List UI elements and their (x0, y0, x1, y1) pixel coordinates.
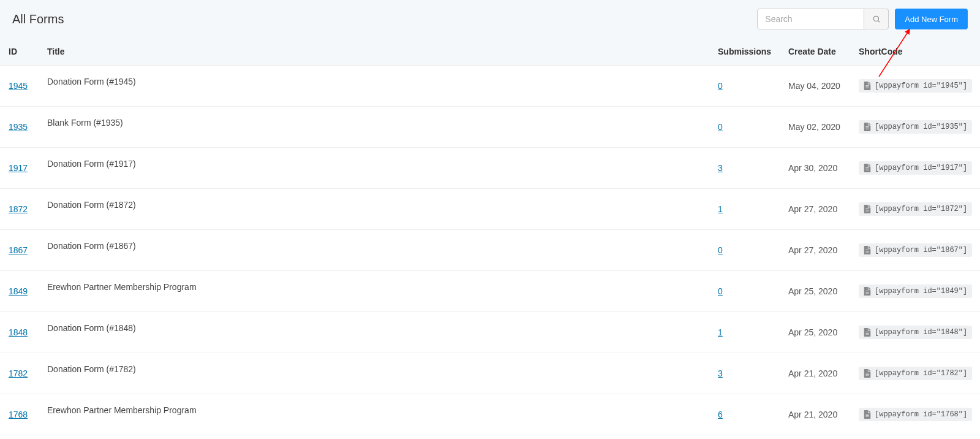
form-id-link[interactable]: 1935 (9, 122, 28, 132)
page-container: All Forms Add New Form ID Title Submissi… (0, 0, 980, 435)
cell-submissions: 1 (710, 312, 781, 353)
document-icon (864, 369, 871, 378)
cell-create-date: Apr 21, 2020 (781, 353, 851, 394)
cell-title: Erewhon Partner Membership Program (40, 271, 710, 312)
shortcode-copy-box[interactable]: [wppayform id="1768"] (859, 408, 972, 421)
submissions-count-link[interactable]: 6 (718, 410, 723, 419)
cell-submissions: 0 (710, 66, 781, 107)
cell-id: 1945 (0, 66, 40, 107)
document-icon (864, 82, 871, 90)
cell-shortcode: [wppayform id="1935"] (851, 107, 980, 148)
shortcode-copy-box[interactable]: [wppayform id="1872"] (859, 202, 972, 216)
shortcode-copy-box[interactable]: [wppayform id="1867"] (859, 243, 972, 257)
shortcode-text: [wppayform id="1872"] (875, 205, 967, 213)
submissions-count-link[interactable]: 0 (718, 286, 723, 296)
column-header-submissions[interactable]: Submissions (710, 38, 781, 66)
table-row: 1782Donation Form (#1782)3Apr 21, 2020[w… (0, 353, 980, 394)
submissions-count-link[interactable]: 0 (718, 122, 723, 132)
cell-shortcode: [wppayform id="1848"] (851, 312, 980, 353)
cell-submissions: 6 (710, 394, 781, 435)
shortcode-text: [wppayform id="1867"] (875, 246, 967, 254)
document-icon (864, 246, 871, 254)
cell-id: 1848 (0, 312, 40, 353)
cell-title: Blank Form (#1935) (40, 107, 710, 148)
form-id-link[interactable]: 1848 (9, 327, 28, 337)
cell-title: Donation Form (#1867) (40, 230, 710, 271)
cell-create-date: Apr 21, 2020 (781, 394, 851, 435)
search-button[interactable] (864, 9, 889, 29)
shortcode-copy-box[interactable]: [wppayform id="1945"] (859, 79, 972, 93)
cell-id: 1872 (0, 189, 40, 230)
column-header-title[interactable]: Title (40, 38, 710, 66)
shortcode-text: [wppayform id="1782"] (875, 369, 967, 378)
search-wrapper (757, 9, 889, 29)
submissions-count-link[interactable]: 1 (718, 327, 723, 337)
table-body: 1945Donation Form (#1945)0May 04, 2020[w… (0, 66, 980, 435)
column-header-shortcode[interactable]: ShortCode (851, 38, 980, 66)
header-bar: All Forms Add New Form (0, 0, 980, 38)
form-id-link[interactable]: 1768 (9, 410, 28, 419)
cell-submissions: 1 (710, 189, 781, 230)
shortcode-copy-box[interactable]: [wppayform id="1917"] (859, 161, 972, 175)
shortcode-copy-box[interactable]: [wppayform id="1848"] (859, 326, 972, 339)
shortcode-text: [wppayform id="1848"] (875, 328, 967, 337)
cell-create-date: Apr 30, 2020 (781, 148, 851, 189)
table-row: 1867Donation Form (#1867)0Apr 27, 2020[w… (0, 230, 980, 271)
submissions-count-link[interactable]: 3 (718, 368, 723, 378)
cell-submissions: 3 (710, 148, 781, 189)
column-header-create-date[interactable]: Create Date (781, 38, 851, 66)
submissions-count-link[interactable]: 0 (718, 245, 723, 255)
table-header: ID Title Submissions Create Date ShortCo… (0, 38, 980, 66)
form-id-link[interactable]: 1917 (9, 163, 28, 173)
cell-title: Donation Form (#1917) (40, 148, 710, 189)
column-header-id[interactable]: ID (0, 38, 40, 66)
cell-create-date: Apr 27, 2020 (781, 230, 851, 271)
add-new-form-button[interactable]: Add New Form (895, 9, 968, 29)
document-icon (864, 164, 871, 172)
shortcode-text: [wppayform id="1945"] (875, 82, 967, 90)
form-id-link[interactable]: 1945 (9, 81, 28, 91)
cell-id: 1867 (0, 230, 40, 271)
form-id-link[interactable]: 1867 (9, 245, 28, 255)
shortcode-text: [wppayform id="1768"] (875, 410, 967, 419)
table-row: 1917Donation Form (#1917)3Apr 30, 2020[w… (0, 148, 980, 189)
cell-title: Donation Form (#1945) (40, 66, 710, 107)
submissions-count-link[interactable]: 1 (718, 204, 723, 214)
cell-id: 1935 (0, 107, 40, 148)
cell-shortcode: [wppayform id="1782"] (851, 353, 980, 394)
submissions-count-link[interactable]: 3 (718, 163, 723, 173)
search-icon (872, 15, 881, 23)
cell-create-date: May 02, 2020 (781, 107, 851, 148)
form-id-link[interactable]: 1872 (9, 204, 28, 214)
cell-create-date: Apr 25, 2020 (781, 312, 851, 353)
form-id-link[interactable]: 1782 (9, 368, 28, 378)
submissions-count-link[interactable]: 0 (718, 81, 723, 91)
cell-shortcode: [wppayform id="1849"] (851, 271, 980, 312)
page-title: All Forms (12, 12, 64, 26)
cell-submissions: 0 (710, 107, 781, 148)
shortcode-copy-box[interactable]: [wppayform id="1782"] (859, 367, 972, 380)
cell-create-date: Apr 27, 2020 (781, 189, 851, 230)
svg-line-1 (878, 20, 880, 22)
cell-submissions: 3 (710, 353, 781, 394)
shortcode-copy-box[interactable]: [wppayform id="1935"] (859, 120, 972, 134)
table-row: 1945Donation Form (#1945)0May 04, 2020[w… (0, 66, 980, 107)
document-icon (864, 410, 871, 419)
cell-shortcode: [wppayform id="1917"] (851, 148, 980, 189)
cell-create-date: Apr 25, 2020 (781, 271, 851, 312)
search-input[interactable] (757, 9, 864, 29)
cell-shortcode: [wppayform id="1768"] (851, 394, 980, 435)
document-icon (864, 123, 871, 131)
shortcode-copy-box[interactable]: [wppayform id="1849"] (859, 284, 972, 298)
cell-shortcode: [wppayform id="1867"] (851, 230, 980, 271)
cell-shortcode: [wppayform id="1872"] (851, 189, 980, 230)
form-id-link[interactable]: 1849 (9, 286, 28, 296)
cell-create-date: May 04, 2020 (781, 66, 851, 107)
shortcode-text: [wppayform id="1935"] (875, 123, 967, 131)
cell-id: 1917 (0, 148, 40, 189)
shortcode-text: [wppayform id="1849"] (875, 287, 967, 296)
cell-submissions: 0 (710, 271, 781, 312)
shortcode-text: [wppayform id="1917"] (875, 164, 967, 172)
cell-title: Donation Form (#1872) (40, 189, 710, 230)
table-row: 1768Erewhon Partner Membership Program6A… (0, 394, 980, 435)
